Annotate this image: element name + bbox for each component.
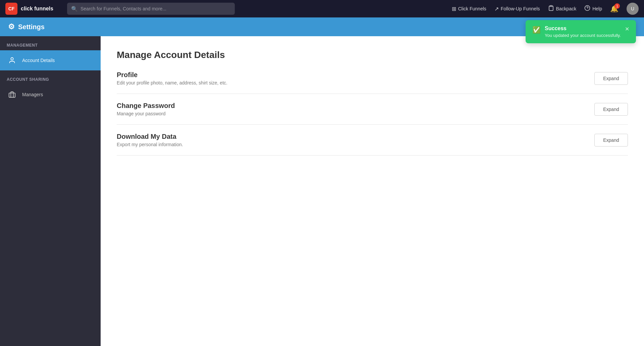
nav-item-backpack[interactable]: Backpack (548, 5, 577, 12)
main-layout: Management Account Details Account Shari… (0, 36, 644, 346)
gear-icon: ⚙ (8, 22, 15, 31)
logo-icon: CF (5, 3, 17, 15)
notification-button[interactable]: 🔔 1 (610, 5, 619, 13)
svg-rect-4 (9, 93, 15, 97)
managers-icon (7, 89, 17, 100)
user-avatar[interactable]: U (627, 3, 639, 15)
profile-expand-button[interactable]: Expand (594, 72, 628, 85)
change-password-description: Manage your password (117, 111, 175, 116)
nav-item-follow-up-funnels[interactable]: ↗ Follow-Up Funnels (494, 6, 540, 12)
profile-title: Profile (117, 71, 227, 79)
toast-close-button[interactable]: ✕ (625, 26, 629, 32)
change-password-expand-button[interactable]: Expand (594, 103, 628, 116)
nav-item-help[interactable]: Help (584, 5, 602, 12)
download-data-expand-button[interactable]: Expand (594, 134, 628, 147)
page-title: Manage Account Details (117, 50, 628, 60)
sidebar-section-management: Management (0, 36, 101, 50)
profile-section: Profile Edit your profile photo, name, a… (117, 71, 628, 94)
profile-description: Edit your profile photo, name, address, … (117, 80, 227, 85)
sidebar-item-managers[interactable]: Managers (0, 84, 101, 105)
top-navigation: CF click funnels 🔍 ⊞ Click Funnels ↗ Fol… (0, 0, 644, 17)
download-data-title: Download My Data (117, 133, 183, 140)
change-password-title: Change Password (117, 102, 175, 110)
account-details-icon (7, 55, 17, 66)
sidebar: Management Account Details Account Shari… (0, 36, 101, 346)
svg-point-3 (11, 58, 13, 60)
logo-text: click funnels (21, 6, 53, 12)
download-data-section: Download My Data Export my personal info… (117, 125, 628, 156)
sidebar-item-label: Managers (22, 92, 43, 97)
toast-message: You updated your account successfully. (545, 33, 621, 38)
click-funnels-icon: ⊞ (452, 6, 456, 12)
nav-item-click-funnels[interactable]: ⊞ Click Funnels (452, 6, 486, 12)
success-icon: ✅ (532, 26, 541, 34)
download-data-info: Download My Data Export my personal info… (117, 133, 183, 147)
notification-badge: 1 (614, 3, 620, 9)
logo-area[interactable]: CF click funnels (5, 3, 59, 15)
svg-rect-0 (550, 6, 552, 7)
nav-item-label: Follow-Up Funnels (501, 6, 540, 11)
search-bar[interactable]: 🔍 (67, 3, 235, 15)
change-password-section: Change Password Manage your password Exp… (117, 94, 628, 125)
search-icon: 🔍 (71, 6, 78, 12)
profile-info: Profile Edit your profile photo, name, a… (117, 71, 227, 85)
toast-title: Success (545, 25, 621, 32)
search-input[interactable] (80, 6, 231, 11)
settings-title-text: Settings (18, 23, 45, 31)
settings-title-group: ⚙ Settings (8, 22, 45, 31)
content-area: Manage Account Details Profile Edit your… (101, 36, 644, 346)
toast-content: Success You updated your account success… (545, 25, 621, 38)
nav-items-group: ⊞ Click Funnels ↗ Follow-Up Funnels Back… (452, 3, 639, 15)
backpack-icon (548, 5, 554, 12)
download-data-description: Export my personal information. (117, 142, 183, 147)
change-password-info: Change Password Manage your password (117, 102, 175, 116)
nav-item-label: Backpack (556, 6, 577, 11)
help-icon (584, 5, 590, 12)
success-toast: ✅ Success You updated your account succe… (526, 20, 636, 43)
sidebar-item-label: Account Details (22, 58, 55, 63)
sidebar-item-account-details[interactable]: Account Details (0, 50, 101, 70)
nav-item-label: Help (592, 6, 602, 11)
sidebar-section-account-sharing: Account Sharing (0, 70, 101, 84)
nav-item-label: Click Funnels (458, 6, 486, 11)
follow-up-funnels-icon: ↗ (494, 6, 499, 12)
